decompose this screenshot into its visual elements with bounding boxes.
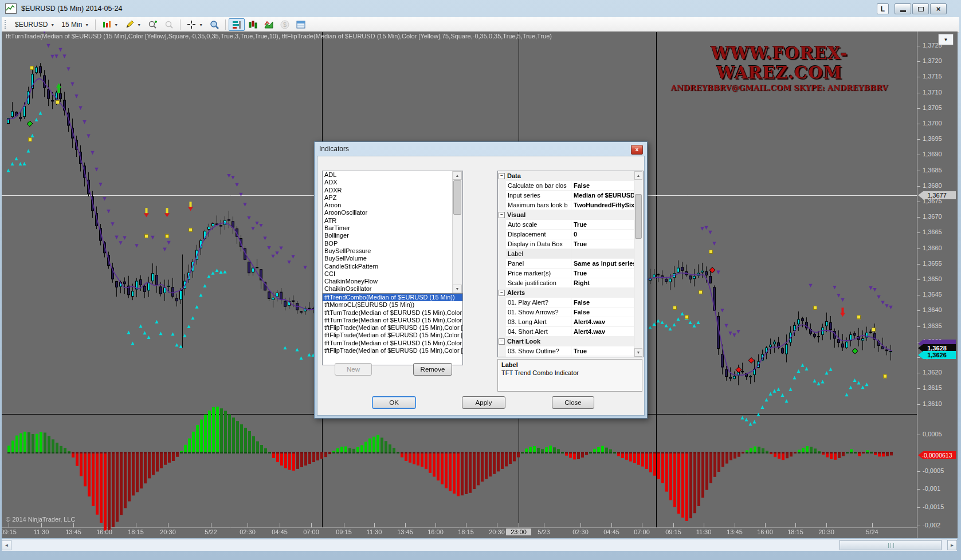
panel-button[interactable] xyxy=(293,18,309,31)
property-row[interactable]: Displacement0 xyxy=(498,230,634,239)
property-row[interactable]: Input seriesMedian of $EURUSD xyxy=(498,191,634,200)
indicator-option[interactable]: ADL xyxy=(323,171,462,179)
property-row[interactable]: Calculate on bar closFalse xyxy=(498,181,634,191)
toolbar-grip[interactable] xyxy=(5,20,8,29)
indicator-option[interactable]: CCI xyxy=(323,270,462,278)
property-grid[interactable]: −DataCalculate on bar closFalseInput ser… xyxy=(497,171,644,357)
property-row[interactable]: Price marker(s)True xyxy=(498,269,634,278)
property-group-row[interactable]: −Visual xyxy=(498,210,634,220)
interval-selector[interactable]: 15 Min▼ xyxy=(58,18,92,31)
indicator-option[interactable]: Aroon xyxy=(323,202,462,209)
minimize-button[interactable] xyxy=(895,3,911,14)
property-row[interactable]: Scale justificationRight xyxy=(498,278,634,288)
time-axis[interactable]: 09:1511:3013:4516:0018:1520:305/2202:300… xyxy=(2,528,917,538)
scale-properties-button[interactable]: ▼ xyxy=(938,34,954,45)
new-button[interactable]: New xyxy=(335,363,372,376)
property-row[interactable]: 03. Up colorCyan xyxy=(498,356,634,357)
data-box-button[interactable] xyxy=(206,18,222,31)
property-value[interactable]: Right xyxy=(571,278,634,287)
collapse-icon[interactable]: − xyxy=(499,212,505,218)
configured-indicator-item[interactable]: tftFlipTrade(Median of $EURUSD (15 Min),… xyxy=(323,324,462,332)
scroll-up-button[interactable]: ▲ xyxy=(634,171,642,180)
ok-button[interactable]: OK xyxy=(372,396,416,409)
property-group-row[interactable]: −Alerts xyxy=(498,288,634,298)
available-indicators-list[interactable]: ▲ ▼ ADLADXADXRAPZAroonAroonOscillatorATR… xyxy=(322,171,463,294)
zoom-in-button[interactable] xyxy=(144,18,161,31)
property-group-row[interactable]: −Data xyxy=(498,171,634,181)
property-value[interactable]: 0 xyxy=(571,230,634,239)
scroll-right-button[interactable]: ► xyxy=(947,540,957,550)
indicator-option[interactable]: ChaikinMoneyFlow xyxy=(323,278,462,285)
scroll-left-button[interactable]: ◄ xyxy=(2,540,11,550)
property-value[interactable]: False xyxy=(571,298,634,307)
property-value[interactable]: True xyxy=(571,239,634,249)
horizontal-scrollbar[interactable]: ◄ ► xyxy=(2,539,957,551)
list-scrollbar[interactable]: ▲ ▼ xyxy=(452,171,462,293)
zoom-out-button[interactable] xyxy=(161,18,177,31)
scrollbar-thumb[interactable] xyxy=(635,194,642,239)
scrollbar-thumb[interactable] xyxy=(453,180,461,215)
collapse-icon[interactable]: − xyxy=(499,338,505,345)
property-value[interactable]: Alert4.wav xyxy=(571,327,634,336)
configured-indicator-item[interactable]: tftFlipTrade(Median of $EURUSD (15 Min),… xyxy=(323,347,462,354)
close-dialog-button[interactable]: Close xyxy=(552,396,594,409)
indicator-option[interactable]: BarTimer xyxy=(323,224,462,232)
property-value[interactable]: Same as input series xyxy=(571,259,634,268)
restore-button[interactable] xyxy=(912,3,929,14)
indicator-option[interactable]: ADX xyxy=(323,179,462,186)
property-value[interactable]: Alert4.wav xyxy=(571,317,634,326)
indicator-option[interactable]: AroonOscillator xyxy=(323,209,462,216)
property-group-row[interactable]: −Chart Look xyxy=(498,337,634,346)
scrollbar-thumb[interactable] xyxy=(840,540,942,550)
configured-indicator-item[interactable]: tftTurnTrade(Median of $EURUSD (15 Min),… xyxy=(323,340,462,347)
property-row[interactable]: PanelSame as input series xyxy=(498,259,634,269)
indicator-option[interactable]: ATR xyxy=(323,217,462,224)
collapse-icon[interactable]: − xyxy=(499,173,505,179)
indicator-option[interactable]: BOP xyxy=(323,240,462,247)
configured-indicators-list[interactable]: tftTrendCombo(Median of $EURUSD (15 Min)… xyxy=(322,293,463,365)
indicator-option[interactable]: Bollinger xyxy=(323,232,462,239)
property-value[interactable]: True xyxy=(571,220,634,229)
property-row[interactable]: 04. Short AlertAlert4.wav xyxy=(498,327,634,337)
property-row[interactable]: Auto scaleTrue xyxy=(498,220,634,230)
indicator-option[interactable]: APZ xyxy=(323,194,462,202)
property-row[interactable]: 03. Long AlertAlert4.wav xyxy=(498,317,634,327)
property-value[interactable]: Cyan xyxy=(571,356,634,357)
indicator-option[interactable]: BuySellPressure xyxy=(323,247,462,255)
property-row[interactable]: Maximum bars look bTwoHundredFiftySix xyxy=(498,200,634,210)
configured-indicator-item[interactable]: tftTurnTrade(Median of $EURUSD (15 Min),… xyxy=(323,317,462,324)
apply-button[interactable]: Apply xyxy=(462,396,505,409)
property-value[interactable]: TwoHundredFiftySix xyxy=(571,200,634,210)
property-value[interactable]: True xyxy=(571,346,634,356)
chart-style-button[interactable]: ▼ xyxy=(99,18,121,31)
scroll-down-button[interactable]: ▼ xyxy=(634,348,642,357)
area-chart-button[interactable] xyxy=(261,18,277,31)
grid-scrollbar[interactable]: ▲ ▼ xyxy=(634,171,643,357)
collapse-icon[interactable]: − xyxy=(499,290,505,296)
dollar-button[interactable]: $ xyxy=(277,18,293,31)
indicator-option[interactable]: ADXR xyxy=(323,187,462,194)
property-row[interactable]: 01. Show Arrows?False xyxy=(498,307,634,317)
indicator-option[interactable]: BuySellVolume xyxy=(323,255,462,262)
property-value[interactable]: Median of $EURUSD xyxy=(571,191,634,200)
indicator-option[interactable]: ChaikinOscillator xyxy=(323,285,462,293)
crosshair-button[interactable]: ▼ xyxy=(183,18,206,31)
indicator-option[interactable]: CandleStickPattern xyxy=(323,263,462,270)
property-value[interactable]: True xyxy=(571,269,634,278)
drawing-tools-button[interactable]: ▼ xyxy=(121,18,144,31)
property-row[interactable]: 01. Play Alert?False xyxy=(498,298,634,307)
chart-trader-toggle[interactable] xyxy=(229,18,245,31)
scroll-up-button[interactable]: ▲ xyxy=(453,171,462,180)
close-button[interactable]: × xyxy=(930,3,947,14)
property-value[interactable]: False xyxy=(571,181,634,190)
property-row[interactable]: Display in Data BoxTrue xyxy=(498,239,634,249)
property-row[interactable]: 03. Show Outline?True xyxy=(498,346,634,356)
property-value[interactable]: False xyxy=(571,307,634,317)
configured-indicator-item[interactable]: tftTurnTrade(Median of $EURUSD (15 Min),… xyxy=(323,309,462,317)
chart-type-button[interactable] xyxy=(245,18,261,31)
configured-indicator-item[interactable]: tftFlipTrade(Median of $EURUSD (15 Min),… xyxy=(323,332,462,339)
remove-button[interactable]: Remove xyxy=(413,363,452,376)
configured-indicator-item[interactable]: tftTrendCombo(Median of $EURUSD (15 Min)… xyxy=(323,294,462,301)
price-axis[interactable]: ▼ 1,3628 1,3626 1,3677 -0,0000613 1,3725… xyxy=(917,31,958,538)
dialog-close-button[interactable]: × xyxy=(631,145,643,155)
